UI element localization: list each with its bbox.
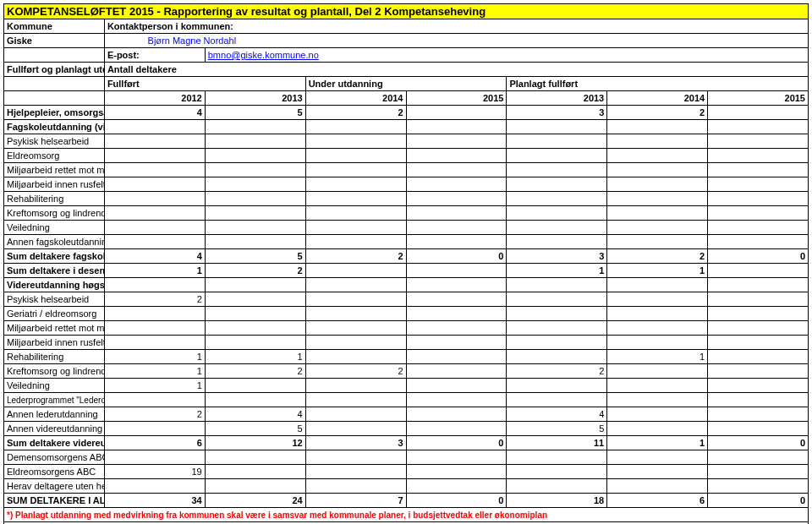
row-label: Miljøarbeid rettet mot menn. med funksjo… <box>4 321 105 336</box>
data-cell <box>507 163 607 177</box>
data-cell <box>607 221 708 235</box>
data-cell: 2 <box>104 407 205 422</box>
data-cell <box>607 235 708 249</box>
data-cell <box>406 192 507 206</box>
data-cell: 2 <box>305 106 406 120</box>
data-cell <box>507 292 607 307</box>
data-cell <box>205 393 305 407</box>
data-cell: 1 <box>104 379 205 393</box>
blank-cell <box>4 77 105 91</box>
data-cell <box>708 307 809 321</box>
data-cell <box>305 479 406 494</box>
data-cell <box>406 235 507 249</box>
data-cell: 0 <box>406 249 507 264</box>
data-cell <box>406 479 507 494</box>
data-cell: 1 <box>104 364 205 379</box>
data-cell <box>607 149 708 163</box>
data-cell: 3 <box>305 436 406 450</box>
data-cell <box>607 450 708 465</box>
data-cell <box>708 364 809 379</box>
data-cell: 4 <box>104 106 205 120</box>
data-cell <box>607 407 708 422</box>
row-label: Rehabilitering <box>4 192 105 206</box>
data-cell <box>708 465 809 479</box>
group-planlagt: Planlagt fullført <box>507 77 809 91</box>
data-cell: 4 <box>507 407 607 422</box>
data-cell <box>205 221 305 235</box>
row-label: Fagskoleutdanning (videreutdanning) **) <box>4 120 105 134</box>
data-cell <box>507 321 607 336</box>
data-cell: 0 <box>708 249 809 264</box>
data-cell <box>507 336 607 350</box>
data-cell <box>305 221 406 235</box>
data-cell <box>104 393 205 407</box>
data-cell <box>708 336 809 350</box>
data-cell <box>406 350 507 364</box>
data-cell <box>104 149 205 163</box>
data-cell <box>305 235 406 249</box>
year-header: 2013 <box>205 91 305 106</box>
data-cell <box>305 192 406 206</box>
data-cell: 12 <box>205 436 305 450</box>
data-cell <box>607 163 708 177</box>
data-cell <box>607 120 708 134</box>
data-cell <box>305 163 406 177</box>
data-cell <box>507 221 607 235</box>
data-cell <box>406 163 507 177</box>
data-cell <box>305 120 406 134</box>
kommune-value: Giske <box>4 34 105 48</box>
data-cell <box>507 393 607 407</box>
year-header: 2013 <box>507 91 607 106</box>
epost-value[interactable]: bmno@giske.kommune.no <box>205 48 808 63</box>
data-cell: 1 <box>607 436 708 450</box>
data-cell: 0 <box>406 436 507 450</box>
data-cell <box>607 465 708 479</box>
data-cell: 6 <box>104 436 205 450</box>
data-cell <box>305 292 406 307</box>
data-cell <box>507 134 607 149</box>
data-cell: 18 <box>507 494 607 508</box>
data-cell <box>205 450 305 465</box>
row-label: Kreftomsorg og lindrende pleie <box>4 206 105 221</box>
data-cell: 2 <box>305 364 406 379</box>
data-cell <box>406 336 507 350</box>
row-label: Psykisk helsearbeid <box>4 134 105 149</box>
data-cell: 2 <box>507 364 607 379</box>
group-fullfort: Fullført <box>104 77 305 91</box>
data-cell <box>104 307 205 321</box>
blank-cell <box>4 91 105 106</box>
data-cell <box>406 422 507 436</box>
data-cell <box>205 206 305 221</box>
data-cell <box>305 350 406 364</box>
data-cell: 2 <box>305 249 406 264</box>
data-cell <box>205 177 305 192</box>
data-cell <box>305 149 406 163</box>
data-cell <box>607 422 708 436</box>
kontakt-value: Bjørn Magne Nordahl <box>104 34 808 48</box>
row-label: Veiledning <box>4 221 105 235</box>
data-cell <box>104 336 205 350</box>
data-cell <box>406 407 507 422</box>
data-cell <box>104 221 205 235</box>
data-cell <box>205 307 305 321</box>
data-cell <box>305 393 406 407</box>
data-cell: 5 <box>205 106 305 120</box>
data-cell <box>104 163 205 177</box>
data-cell <box>305 307 406 321</box>
footnote-1: *) Planlagt utdanning med medvirkning fr… <box>4 508 809 522</box>
data-cell <box>607 479 708 494</box>
row-label: Annen lederutdanning <box>4 407 105 422</box>
data-cell: 7 <box>305 494 406 508</box>
data-cell <box>708 393 809 407</box>
data-cell: 2 <box>205 364 305 379</box>
data-cell <box>708 350 809 364</box>
data-cell <box>708 134 809 149</box>
report-table: KOMPETANSELØFTET 2015 - Rapportering av … <box>3 3 809 524</box>
data-cell <box>305 336 406 350</box>
data-cell <box>708 106 809 120</box>
data-cell: 1 <box>104 264 205 278</box>
data-cell <box>305 379 406 393</box>
data-cell <box>406 149 507 163</box>
row-label: Geriatri / eldreomsorg <box>4 307 105 321</box>
data-cell <box>406 292 507 307</box>
